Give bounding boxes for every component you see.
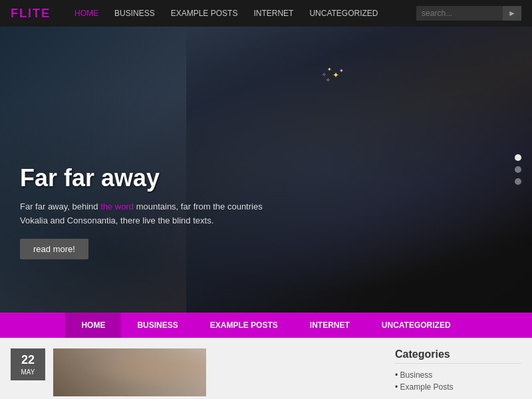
sec-nav-home[interactable]: HOME bbox=[65, 313, 121, 338]
main-content: 22 MAY Categories Business Example Posts bbox=[0, 338, 532, 399]
slider-dots bbox=[515, 154, 521, 185]
search-input[interactable] bbox=[416, 6, 503, 21]
logo[interactable]: FLITE bbox=[11, 7, 51, 21]
category-business[interactable]: Business bbox=[395, 369, 521, 381]
header: FLITE HOME BUSINESS EXAMPLE POSTS Level … bbox=[0, 0, 532, 27]
nav-item-uncategorized[interactable]: UNCATEGORIZED bbox=[301, 0, 386, 27]
categories-heading: Categories bbox=[395, 348, 521, 364]
date-badge: 22 MAY bbox=[11, 348, 45, 380]
slider-dot-3[interactable] bbox=[515, 178, 521, 185]
hero-text-before: Far far away, behind bbox=[20, 201, 100, 211]
nav-item-internet[interactable]: INTERNET bbox=[245, 0, 301, 27]
nav-item-business[interactable]: BUSINESS bbox=[106, 0, 163, 27]
hero-content: Far far away Far far away, behind the wo… bbox=[20, 164, 273, 259]
sec-nav-example-posts[interactable]: EXAMPLE POSTS bbox=[194, 313, 294, 338]
search-button[interactable]: ► bbox=[503, 6, 521, 21]
search-bar: ► bbox=[416, 6, 521, 21]
nav-item-example-posts[interactable]: EXAMPLE POSTS Level 1 Level 2 Level 3 Le… bbox=[163, 0, 246, 27]
slider-dot-1[interactable] bbox=[515, 154, 521, 161]
read-more-button[interactable]: read more! bbox=[20, 239, 88, 259]
hero-text-highlight: the word bbox=[100, 201, 134, 211]
sec-nav-business[interactable]: BUSINESS bbox=[121, 313, 194, 338]
sec-nav-internet[interactable]: INTERNET bbox=[294, 313, 366, 338]
sparkle-effect: ✦ ✧ ✦ ✧ ✦ bbox=[319, 66, 346, 93]
hero-section: ✦ ✧ ✦ ✧ ✦ Far far away Far far away, beh… bbox=[0, 27, 532, 313]
nav-item-home[interactable]: HOME bbox=[66, 0, 106, 27]
slider-dot-2[interactable] bbox=[515, 166, 521, 173]
logo-accent: F bbox=[11, 7, 19, 20]
hero-title: Far far away bbox=[20, 164, 273, 192]
post-thumbnail[interactable] bbox=[53, 348, 206, 396]
post-day: 22 bbox=[13, 352, 43, 368]
sidebar: Categories Business Example Posts bbox=[395, 348, 521, 388]
sec-nav-uncategorized[interactable]: UNCATEGORIZED bbox=[366, 313, 467, 338]
posts-area: 22 MAY bbox=[11, 348, 384, 388]
logo-rest: LITE bbox=[19, 7, 51, 20]
main-nav: HOME BUSINESS EXAMPLE POSTS Level 1 Leve… bbox=[66, 0, 416, 27]
secondary-nav: HOME BUSINESS EXAMPLE POSTS INTERNET UNC… bbox=[0, 313, 532, 338]
hero-description: Far far away, behind the word mountains,… bbox=[20, 200, 273, 228]
post-month: MAY bbox=[13, 368, 43, 376]
category-example-posts[interactable]: Example Posts bbox=[395, 381, 521, 393]
post-thumbnail-image bbox=[53, 348, 206, 396]
